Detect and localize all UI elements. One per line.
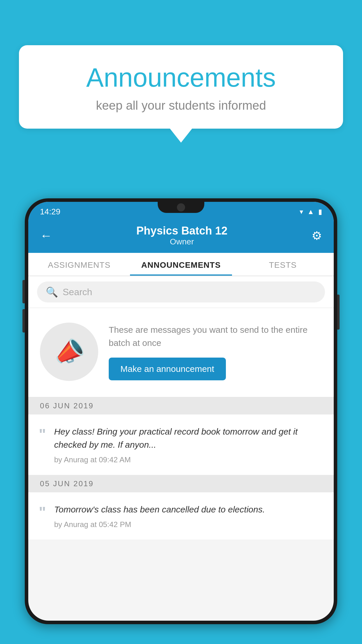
back-button[interactable]: ← bbox=[40, 229, 52, 243]
make-announcement-button[interactable]: Make an announcement bbox=[109, 358, 226, 380]
front-camera bbox=[177, 203, 185, 211]
search-icon: 🔍 bbox=[46, 286, 58, 298]
speech-bubble-tail bbox=[170, 129, 192, 143]
tab-tests[interactable]: TESTS bbox=[232, 253, 334, 276]
tab-announcements[interactable]: ANNOUNCEMENTS bbox=[130, 253, 232, 276]
speech-bubble-section: Announcements keep all your students inf… bbox=[19, 45, 343, 143]
quote-icon-1: " bbox=[39, 425, 46, 464]
wifi-icon: ▾ bbox=[300, 208, 303, 216]
speech-bubble-card: Announcements keep all your students inf… bbox=[19, 45, 343, 129]
announcement-message-1: Hey class! Bring your practical record b… bbox=[54, 425, 322, 451]
search-input[interactable]: Search bbox=[63, 287, 92, 298]
header-subtitle: Owner bbox=[136, 237, 228, 246]
date-separator-1: 06 JUN 2019 bbox=[28, 397, 334, 414]
announcement-meta-2: by Anurag at 05:42 PM bbox=[54, 520, 322, 529]
announcement-prompt: 📣 These are messages you want to send to… bbox=[28, 308, 334, 397]
quote-icon-2: " bbox=[39, 503, 46, 529]
header-title: Physics Batch 12 bbox=[136, 225, 228, 237]
power-button bbox=[337, 295, 340, 330]
announcement-item-2: " Tomorrow's class has been cancelled du… bbox=[28, 492, 334, 540]
search-box[interactable]: 🔍 Search bbox=[37, 281, 325, 302]
status-icons: ▾ ▲ ▮ bbox=[300, 208, 322, 216]
prompt-right: These are messages you want to send to t… bbox=[109, 323, 322, 380]
bubble-title: Announcements bbox=[42, 63, 320, 93]
megaphone-circle: 📣 bbox=[40, 323, 98, 381]
announcement-meta-1: by Anurag at 09:42 AM bbox=[54, 455, 322, 464]
app-header: ← Physics Batch 12 Owner ⚙ bbox=[28, 219, 334, 253]
phone-screen: 14:29 ▾ ▲ ▮ ← Physics Batch 12 Owner ⚙ bbox=[28, 202, 334, 621]
signal-icon: ▲ bbox=[307, 208, 314, 216]
announcement-content-2: Tomorrow's class has been cancelled due … bbox=[54, 503, 322, 529]
megaphone-icon: 📣 bbox=[50, 334, 88, 370]
gear-icon[interactable]: ⚙ bbox=[312, 229, 322, 242]
tabs-bar: ASSIGNMENTS ANNOUNCEMENTS TESTS bbox=[28, 253, 334, 276]
phone-wrapper: 14:29 ▾ ▲ ▮ ← Physics Batch 12 Owner ⚙ bbox=[25, 198, 337, 644]
announcement-content-1: Hey class! Bring your practical record b… bbox=[54, 425, 322, 464]
search-wrapper: 🔍 Search bbox=[28, 276, 334, 308]
volume-up-button bbox=[22, 280, 25, 303]
announcement-message-2: Tomorrow's class has been cancelled due … bbox=[54, 503, 322, 516]
battery-icon: ▮ bbox=[318, 208, 322, 216]
tab-assignments[interactable]: ASSIGNMENTS bbox=[28, 253, 130, 276]
status-time: 14:29 bbox=[40, 207, 60, 216]
date-separator-2: 05 JUN 2019 bbox=[28, 475, 334, 492]
announcement-item-1: " Hey class! Bring your practical record… bbox=[28, 414, 334, 475]
header-center: Physics Batch 12 Owner bbox=[136, 225, 228, 246]
phone-notch bbox=[158, 202, 204, 213]
phone-frame: 14:29 ▾ ▲ ▮ ← Physics Batch 12 Owner ⚙ bbox=[25, 198, 337, 624]
prompt-text: These are messages you want to send to t… bbox=[109, 323, 322, 349]
volume-down-button bbox=[22, 309, 25, 332]
bubble-subtitle: keep all your students informed bbox=[42, 99, 320, 113]
